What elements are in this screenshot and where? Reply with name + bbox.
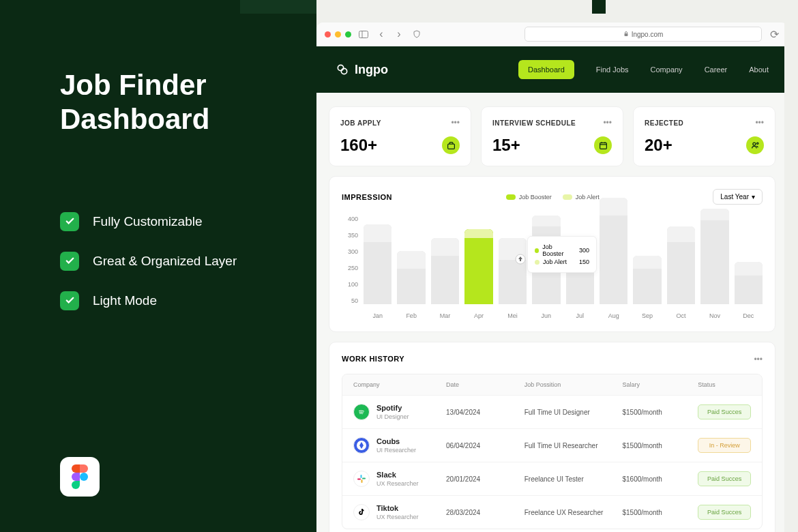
company-logo	[353, 471, 370, 487]
feature-0: Fully Customizable	[60, 212, 289, 231]
bar-dec[interactable]	[735, 262, 763, 304]
status-badge: Paid Succes	[698, 505, 751, 520]
stat-icon	[442, 136, 460, 154]
nav-career[interactable]: Career	[705, 65, 728, 74]
company-logo	[353, 437, 370, 454]
bar-apr[interactable]	[464, 229, 492, 305]
legend-alert: Job Alert	[563, 194, 600, 201]
bar-aug[interactable]	[600, 198, 627, 304]
history-title: WORK HISTORY	[342, 355, 404, 364]
period-select[interactable]: Last Year ▾	[713, 189, 763, 205]
table-row[interactable]: CoubsUI Researcher 06/04/2024 Full Time …	[342, 428, 762, 462]
svg-point-12	[756, 143, 758, 144]
bar-jan[interactable]	[364, 224, 391, 304]
check-icon	[60, 291, 79, 310]
status-badge: Paid Succes	[698, 404, 751, 419]
svg-point-0	[80, 473, 88, 481]
bar-mar[interactable]	[431, 238, 459, 305]
cursor-icon	[515, 254, 526, 267]
back-icon[interactable]: ‹	[376, 29, 387, 40]
bar-oct[interactable]	[667, 226, 695, 304]
bar-feb[interactable]	[397, 251, 425, 304]
nav-dashboard[interactable]: Dashboard	[518, 60, 574, 79]
table-row[interactable]: TiktokUX Researcher 28/03/2024 Freelance…	[342, 495, 762, 529]
svg-rect-6	[447, 144, 454, 149]
stat-icon	[594, 136, 612, 154]
feature-2: Light Mode	[60, 291, 289, 310]
stat-card-1: INTERVIEW SCHEDULE•••15+	[481, 106, 623, 166]
chart-title: IMPRESSION	[342, 193, 392, 201]
svg-rect-16	[361, 475, 362, 478]
promo-title: Job Finder Dashboard	[60, 68, 289, 137]
promo-panel: Job Finder Dashboard Fully CustomizableG…	[0, 0, 316, 532]
svg-point-4	[338, 65, 343, 70]
impression-chart: IMPRESSION Job Booster Job Alert Last Ye…	[329, 176, 775, 332]
svg-rect-7	[600, 143, 606, 149]
legend-booster: Job Booster	[506, 194, 552, 201]
company-logo	[353, 504, 370, 520]
svg-rect-19	[357, 479, 361, 480]
svg-point-11	[752, 143, 755, 145]
url-bar[interactable]: Ingpo.com	[524, 27, 762, 42]
svg-rect-18	[361, 479, 363, 483]
bar-mei[interactable]	[499, 238, 527, 305]
svg-point-5	[341, 68, 346, 74]
check-icon	[60, 212, 79, 231]
stat-icon	[746, 136, 764, 154]
sidebar-toggle-icon[interactable]	[358, 29, 369, 40]
table-row[interactable]: SlackUX Researcher 20/01/2024 Freelance …	[342, 462, 762, 495]
refresh-icon[interactable]: ⟳	[769, 29, 780, 40]
chart-tooltip: Job Booster300 Job Alert150	[527, 236, 597, 273]
nav-about[interactable]: About	[749, 65, 769, 74]
status-badge: Paid Succes	[698, 471, 751, 486]
company-logo	[353, 404, 370, 420]
table-row[interactable]: SpotifyUI Designer 13/04/2024 Full Time …	[342, 395, 762, 428]
app-header: Ingpo DashboardFind JobsCompanyCareerAbo…	[316, 46, 788, 93]
more-icon[interactable]: •••	[451, 118, 460, 128]
more-icon[interactable]: •••	[603, 118, 612, 128]
svg-rect-1	[359, 31, 368, 38]
traffic-lights[interactable]	[325, 31, 351, 38]
chevron-down-icon: ▾	[752, 193, 755, 201]
stat-card-0: JOB APPLY•••160+	[329, 106, 471, 166]
browser-window: ‹ › Ingpo.com ⟳ Ingpo DashboardFind Jobs…	[316, 23, 788, 532]
more-icon[interactable]: •••	[754, 355, 763, 364]
logo[interactable]: Ingpo	[336, 63, 388, 77]
shield-icon[interactable]	[411, 29, 422, 40]
stat-card-2: REJECTED•••20+	[633, 106, 775, 166]
nav-find-jobs[interactable]: Find Jobs	[596, 65, 629, 74]
bar-sep[interactable]	[633, 256, 661, 305]
svg-rect-17	[362, 478, 366, 479]
more-icon[interactable]: •••	[755, 118, 764, 128]
status-badge: In - Review	[698, 438, 751, 453]
forward-icon[interactable]: ›	[394, 29, 404, 40]
svg-rect-3	[624, 33, 627, 36]
bar-nov[interactable]	[700, 209, 728, 304]
nav-company[interactable]: Company	[651, 65, 683, 74]
figma-icon	[60, 457, 100, 497]
work-history: WORK HISTORY ••• CompanyDateJob Possitio…	[329, 342, 775, 532]
check-icon	[60, 252, 79, 271]
feature-1: Great & Organized Layer	[60, 252, 289, 271]
